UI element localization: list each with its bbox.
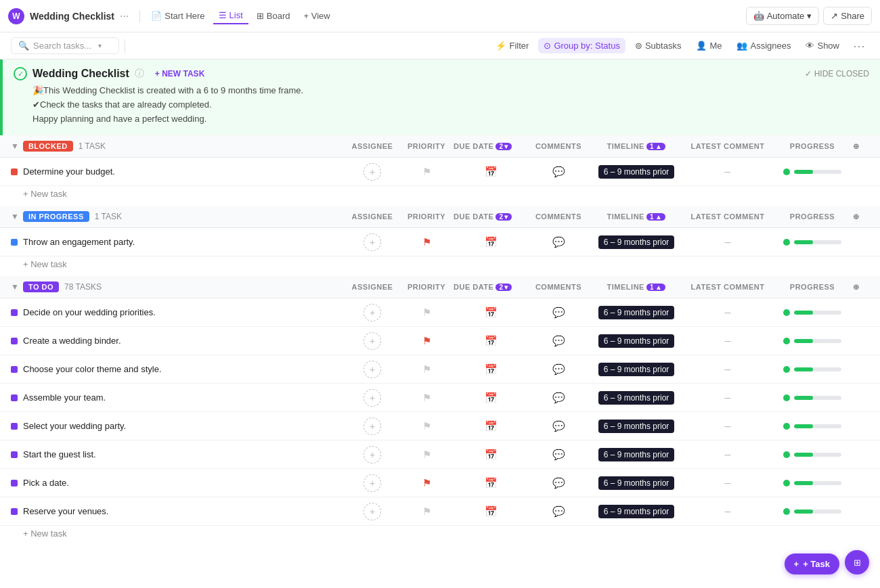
timeline-badge-col[interactable]: 1▲ xyxy=(646,143,665,150)
calendar-icon[interactable]: 📅 xyxy=(485,236,498,248)
comment-icon[interactable]: 💬 xyxy=(552,236,565,248)
col-add-ip[interactable]: ⊕ xyxy=(853,212,869,221)
task-name[interactable]: Choose your color theme and style. xyxy=(23,364,345,374)
flag-icon[interactable]: ⚑ xyxy=(422,477,431,489)
add-assignee-button[interactable]: + xyxy=(364,503,381,520)
flag-icon[interactable]: ⚑ xyxy=(422,449,431,461)
comment-icon[interactable]: 💬 xyxy=(552,477,565,489)
add-assignee-button[interactable]: + xyxy=(364,474,381,492)
comments-cell[interactable]: 💬 xyxy=(528,307,589,319)
duedate-cell[interactable]: 📅 xyxy=(454,363,528,376)
info-icon[interactable]: ⓘ xyxy=(135,68,144,80)
comment-icon[interactable]: 💬 xyxy=(552,505,565,518)
calendar-icon[interactable]: 📅 xyxy=(485,477,498,489)
priority-cell[interactable]: ⚑ xyxy=(399,505,454,518)
comment-icon[interactable]: 💬 xyxy=(552,392,565,404)
duedate-cell[interactable]: 📅 xyxy=(454,420,528,432)
nav-dots[interactable]: ··· xyxy=(120,10,129,22)
comments-cell[interactable]: 💬 xyxy=(528,236,589,248)
me-button[interactable]: 👤 Me xyxy=(690,38,727,53)
group-inprogress-toggle[interactable]: ▼ xyxy=(11,212,19,221)
tab-start-here[interactable]: 📄 Start Here xyxy=(146,8,210,24)
comments-cell[interactable]: 💬 xyxy=(528,477,589,489)
calendar-icon[interactable]: 📅 xyxy=(485,363,498,376)
priority-cell[interactable]: ⚑ xyxy=(399,363,454,376)
priority-cell[interactable]: ⚑ xyxy=(399,420,454,432)
show-button[interactable]: 👁 Show xyxy=(800,38,845,53)
duedate-cell[interactable]: 📅 xyxy=(454,307,528,319)
task-name[interactable]: Determine your budget. xyxy=(23,166,345,177)
priority-cell[interactable]: ⚑ xyxy=(399,449,454,461)
flag-icon[interactable]: ⚑ xyxy=(422,505,431,518)
duedate-cell[interactable]: 📅 xyxy=(454,449,528,461)
add-assignee-button[interactable]: + xyxy=(364,304,381,321)
task-name[interactable]: Throw an engagement party. xyxy=(23,237,345,247)
comment-icon[interactable]: 💬 xyxy=(552,363,565,376)
add-assignee-button[interactable]: + xyxy=(364,361,381,378)
grid-view-button[interactable]: ⊞ xyxy=(845,550,869,574)
more-options-icon[interactable]: ⋯ xyxy=(849,37,869,55)
add-assignee-button[interactable]: + xyxy=(364,233,381,251)
flag-icon[interactable]: ⚑ xyxy=(422,363,431,376)
calendar-icon[interactable]: 📅 xyxy=(485,335,498,347)
due-date-badge-td[interactable]: 2▾ xyxy=(496,284,512,291)
checklist-toggle[interactable]: ✓ xyxy=(14,67,27,81)
priority-cell[interactable]: ⚑ xyxy=(399,307,454,319)
priority-cell[interactable]: ⚑ xyxy=(399,392,454,404)
tab-view[interactable]: + View xyxy=(299,8,336,24)
col-add-blocked[interactable]: ⊕ xyxy=(853,142,869,151)
add-assignee-button[interactable]: + xyxy=(364,446,381,463)
automate-button[interactable]: 🤖 Automate ▾ xyxy=(746,7,820,25)
add-assignee-button[interactable]: + xyxy=(364,163,381,181)
new-task-inprogress[interactable]: + New task xyxy=(0,256,880,276)
add-assignee-button[interactable]: + xyxy=(364,417,381,435)
flag-icon[interactable]: ⚑ xyxy=(422,236,431,248)
comment-icon[interactable]: 💬 xyxy=(552,307,565,319)
add-assignee-button[interactable]: + xyxy=(364,332,381,350)
task-name[interactable]: Create a wedding binder. xyxy=(23,336,345,346)
flag-icon[interactable]: ⚑ xyxy=(422,420,431,432)
comment-icon[interactable]: 💬 xyxy=(552,449,565,461)
duedate-cell[interactable]: 📅 xyxy=(454,166,528,178)
duedate-cell[interactable]: 📅 xyxy=(454,392,528,404)
priority-cell[interactable]: ⚑ xyxy=(399,166,454,178)
flag-icon[interactable]: ⚑ xyxy=(422,392,431,404)
group-todo-toggle[interactable]: ▼ xyxy=(11,282,19,292)
due-date-badge-ip[interactable]: 2▾ xyxy=(496,213,512,221)
priority-cell[interactable]: ⚑ xyxy=(399,236,454,248)
comments-cell[interactable]: 💬 xyxy=(528,505,589,518)
tab-board[interactable]: ⊞ Board xyxy=(251,8,296,24)
subtasks-button[interactable]: ⊚ Subtasks xyxy=(630,38,686,53)
flag-icon[interactable]: ⚑ xyxy=(422,335,431,347)
new-task-button[interactable]: + NEW TASK xyxy=(150,66,210,81)
task-name[interactable]: Assemble your team. xyxy=(23,392,345,403)
comment-icon[interactable]: 💬 xyxy=(552,166,565,178)
assignees-button[interactable]: 👥 Assignees xyxy=(731,38,796,53)
comments-cell[interactable]: 💬 xyxy=(528,166,589,178)
flag-icon[interactable]: ⚑ xyxy=(422,307,431,319)
comments-cell[interactable]: 💬 xyxy=(528,392,589,404)
filter-button[interactable]: ⚡ Filter xyxy=(490,38,534,53)
group-by-button[interactable]: ⊙ Group by: Status xyxy=(538,38,625,53)
task-name[interactable]: Pick a date. xyxy=(23,478,345,488)
calendar-icon[interactable]: 📅 xyxy=(485,307,498,319)
comment-icon[interactable]: 💬 xyxy=(552,420,565,432)
calendar-icon[interactable]: 📅 xyxy=(485,166,498,178)
share-button[interactable]: ↗ Share xyxy=(823,7,872,25)
priority-cell[interactable]: ⚑ xyxy=(399,335,454,347)
floating-task-button[interactable]: + + Task xyxy=(785,553,839,574)
timeline-badge-col-td[interactable]: 1▲ xyxy=(646,284,665,291)
timeline-badge-col-ip[interactable]: 1▲ xyxy=(646,213,665,221)
hide-closed-button[interactable]: ✓ HIDE CLOSED xyxy=(805,69,869,78)
group-blocked-toggle[interactable]: ▼ xyxy=(11,141,19,151)
task-name[interactable]: Reserve your venues. xyxy=(23,506,345,516)
new-task-blocked[interactable]: + New task xyxy=(0,186,880,206)
task-name[interactable]: Decide on your wedding priorities. xyxy=(23,307,345,317)
calendar-icon[interactable]: 📅 xyxy=(485,449,498,461)
priority-cell[interactable]: ⚑ xyxy=(399,477,454,489)
calendar-icon[interactable]: 📅 xyxy=(485,420,498,432)
task-name[interactable]: Select your wedding party. xyxy=(23,421,345,431)
calendar-icon[interactable]: 📅 xyxy=(485,392,498,404)
add-assignee-button[interactable]: + xyxy=(364,389,381,407)
search-input[interactable]: 🔍 Search tasks... ▾ xyxy=(11,37,119,54)
